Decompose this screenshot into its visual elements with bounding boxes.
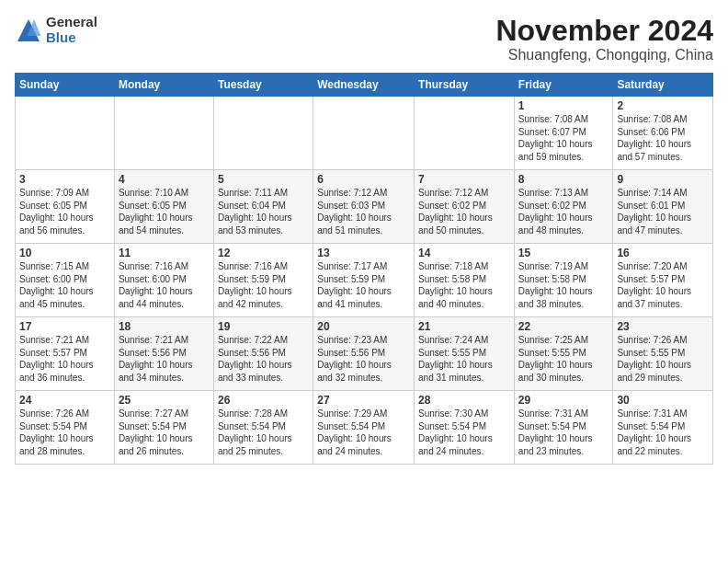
day-info: Sunrise: 7:16 AM Sunset: 6:00 PM Dayligh… <box>119 260 210 310</box>
day-info: Sunrise: 7:17 AM Sunset: 5:59 PM Dayligh… <box>317 260 410 310</box>
day-number: 19 <box>218 320 309 333</box>
day-number: 18 <box>119 320 210 333</box>
calendar-cell: 5Sunrise: 7:11 AM Sunset: 6:04 PM Daylig… <box>213 170 313 244</box>
calendar-cell: 28Sunrise: 7:30 AM Sunset: 5:54 PM Dayli… <box>415 391 515 465</box>
week-row-5: 24Sunrise: 7:26 AM Sunset: 5:54 PM Dayli… <box>16 391 713 465</box>
calendar-cell: 10Sunrise: 7:15 AM Sunset: 6:00 PM Dayli… <box>16 244 115 317</box>
day-info: Sunrise: 7:18 AM Sunset: 5:58 PM Dayligh… <box>418 260 510 310</box>
day-info: Sunrise: 7:15 AM Sunset: 6:00 PM Dayligh… <box>19 260 110 310</box>
calendar-cell: 15Sunrise: 7:19 AM Sunset: 5:58 PM Dayli… <box>514 244 613 317</box>
col-monday: Monday <box>114 74 213 97</box>
day-number: 4 <box>119 173 210 186</box>
calendar-cell: 29Sunrise: 7:31 AM Sunset: 5:54 PM Dayli… <box>514 391 613 465</box>
calendar-cell: 2Sunrise: 7:08 AM Sunset: 6:06 PM Daylig… <box>613 97 713 170</box>
calendar-cell: 14Sunrise: 7:18 AM Sunset: 5:58 PM Dayli… <box>415 244 515 317</box>
day-info: Sunrise: 7:21 AM Sunset: 5:57 PM Dayligh… <box>19 334 110 384</box>
day-info: Sunrise: 7:31 AM Sunset: 5:54 PM Dayligh… <box>617 408 709 457</box>
day-info: Sunrise: 7:14 AM Sunset: 6:01 PM Dayligh… <box>617 187 709 236</box>
calendar-cell: 26Sunrise: 7:28 AM Sunset: 5:54 PM Dayli… <box>213 391 313 465</box>
calendar-cell <box>16 97 115 170</box>
day-info: Sunrise: 7:27 AM Sunset: 5:54 PM Dayligh… <box>119 408 210 457</box>
calendar-cell: 6Sunrise: 7:12 AM Sunset: 6:03 PM Daylig… <box>313 170 415 244</box>
day-info: Sunrise: 7:24 AM Sunset: 5:55 PM Dayligh… <box>418 334 510 384</box>
day-number: 28 <box>418 394 510 407</box>
day-number: 22 <box>518 320 609 333</box>
day-info: Sunrise: 7:08 AM Sunset: 6:07 PM Dayligh… <box>518 113 609 163</box>
month-title: November 2024 <box>495 15 713 47</box>
calendar-cell: 24Sunrise: 7:26 AM Sunset: 5:54 PM Dayli… <box>16 391 115 465</box>
week-row-1: 1Sunrise: 7:08 AM Sunset: 6:07 PM Daylig… <box>16 97 713 170</box>
calendar-body: 1Sunrise: 7:08 AM Sunset: 6:07 PM Daylig… <box>16 97 713 465</box>
col-thursday: Thursday <box>415 74 515 97</box>
calendar-cell: 17Sunrise: 7:21 AM Sunset: 5:57 PM Dayli… <box>16 317 115 391</box>
day-number: 6 <box>317 173 410 186</box>
week-row-4: 17Sunrise: 7:21 AM Sunset: 5:57 PM Dayli… <box>16 317 713 391</box>
calendar-cell <box>114 97 213 170</box>
col-wednesday: Wednesday <box>313 74 415 97</box>
calendar-cell: 21Sunrise: 7:24 AM Sunset: 5:55 PM Dayli… <box>415 317 515 391</box>
calendar-cell: 30Sunrise: 7:31 AM Sunset: 5:54 PM Dayli… <box>613 391 713 465</box>
col-sunday: Sunday <box>16 74 115 97</box>
day-number: 14 <box>418 247 510 259</box>
header-row: Sunday Monday Tuesday Wednesday Thursday… <box>16 74 713 97</box>
day-info: Sunrise: 7:31 AM Sunset: 5:54 PM Dayligh… <box>518 408 609 457</box>
calendar-header: Sunday Monday Tuesday Wednesday Thursday… <box>16 74 713 97</box>
logo-general: General <box>46 15 97 30</box>
title-block: November 2024 Shuangfeng, Chongqing, Chi… <box>495 15 713 63</box>
day-number: 16 <box>617 247 709 259</box>
calendar-table: Sunday Monday Tuesday Wednesday Thursday… <box>15 73 713 465</box>
day-info: Sunrise: 7:30 AM Sunset: 5:54 PM Dayligh… <box>418 408 510 457</box>
day-number: 25 <box>119 394 210 407</box>
calendar-cell: 1Sunrise: 7:08 AM Sunset: 6:07 PM Daylig… <box>514 97 613 170</box>
day-number: 9 <box>617 173 709 186</box>
logo-icon <box>15 17 42 44</box>
day-number: 27 <box>317 394 410 407</box>
location-subtitle: Shuangfeng, Chongqing, China <box>495 47 713 63</box>
logo-blue: Blue <box>46 30 97 46</box>
day-number: 21 <box>418 320 510 333</box>
day-info: Sunrise: 7:21 AM Sunset: 5:56 PM Dayligh… <box>119 334 210 384</box>
day-number: 23 <box>617 320 709 333</box>
calendar-cell: 25Sunrise: 7:27 AM Sunset: 5:54 PM Dayli… <box>114 391 213 465</box>
week-row-2: 3Sunrise: 7:09 AM Sunset: 6:05 PM Daylig… <box>16 170 713 244</box>
header: General Blue November 2024 Shuangfeng, C… <box>15 15 713 63</box>
day-number: 10 <box>19 247 110 259</box>
day-info: Sunrise: 7:13 AM Sunset: 6:02 PM Dayligh… <box>518 187 609 236</box>
day-info: Sunrise: 7:19 AM Sunset: 5:58 PM Dayligh… <box>518 260 609 310</box>
calendar-cell: 11Sunrise: 7:16 AM Sunset: 6:00 PM Dayli… <box>114 244 213 317</box>
day-info: Sunrise: 7:16 AM Sunset: 5:59 PM Dayligh… <box>218 260 309 310</box>
calendar-cell: 18Sunrise: 7:21 AM Sunset: 5:56 PM Dayli… <box>114 317 213 391</box>
col-tuesday: Tuesday <box>213 74 313 97</box>
day-number: 2 <box>617 99 709 112</box>
day-number: 15 <box>518 247 609 259</box>
calendar-cell: 27Sunrise: 7:29 AM Sunset: 5:54 PM Dayli… <box>313 391 415 465</box>
calendar-cell: 16Sunrise: 7:20 AM Sunset: 5:57 PM Dayli… <box>613 244 713 317</box>
day-info: Sunrise: 7:08 AM Sunset: 6:06 PM Dayligh… <box>617 113 709 163</box>
calendar-cell <box>415 97 515 170</box>
logo-text: General Blue <box>46 15 97 45</box>
day-info: Sunrise: 7:12 AM Sunset: 6:03 PM Dayligh… <box>317 187 410 236</box>
col-saturday: Saturday <box>613 74 713 97</box>
day-info: Sunrise: 7:10 AM Sunset: 6:05 PM Dayligh… <box>119 187 210 236</box>
day-number: 3 <box>19 173 110 186</box>
day-number: 1 <box>518 99 609 112</box>
day-number: 7 <box>418 173 510 186</box>
col-friday: Friday <box>514 74 613 97</box>
day-info: Sunrise: 7:28 AM Sunset: 5:54 PM Dayligh… <box>218 408 309 457</box>
day-number: 13 <box>317 247 410 259</box>
calendar-cell: 13Sunrise: 7:17 AM Sunset: 5:59 PM Dayli… <box>313 244 415 317</box>
day-info: Sunrise: 7:09 AM Sunset: 6:05 PM Dayligh… <box>19 187 110 236</box>
calendar-cell <box>213 97 313 170</box>
day-info: Sunrise: 7:26 AM Sunset: 5:54 PM Dayligh… <box>19 408 110 457</box>
calendar-cell: 22Sunrise: 7:25 AM Sunset: 5:55 PM Dayli… <box>514 317 613 391</box>
day-number: 11 <box>119 247 210 259</box>
day-info: Sunrise: 7:26 AM Sunset: 5:55 PM Dayligh… <box>617 334 709 384</box>
calendar-cell: 20Sunrise: 7:23 AM Sunset: 5:56 PM Dayli… <box>313 317 415 391</box>
day-info: Sunrise: 7:11 AM Sunset: 6:04 PM Dayligh… <box>218 187 309 236</box>
week-row-3: 10Sunrise: 7:15 AM Sunset: 6:00 PM Dayli… <box>16 244 713 317</box>
day-number: 30 <box>617 394 709 407</box>
day-number: 5 <box>218 173 309 186</box>
day-number: 24 <box>19 394 110 407</box>
calendar-cell: 7Sunrise: 7:12 AM Sunset: 6:02 PM Daylig… <box>415 170 515 244</box>
calendar-cell: 8Sunrise: 7:13 AM Sunset: 6:02 PM Daylig… <box>514 170 613 244</box>
